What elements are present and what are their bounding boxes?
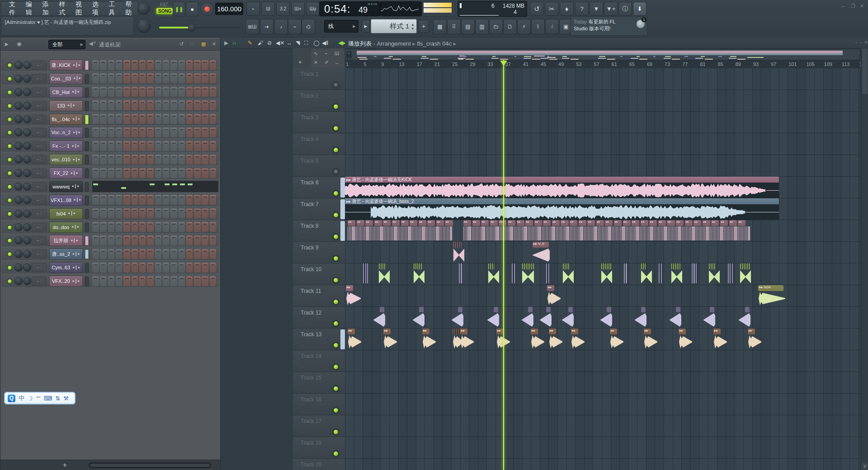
step-button[interactable] [92, 208, 99, 218]
channel-target-box[interactable]: -- : [32, 61, 47, 70]
channel-enable-led[interactable] [7, 238, 12, 243]
link-icon[interactable]: ⌁ [288, 19, 302, 34]
channel-pan-knob[interactable] [14, 196, 23, 204]
channel-volume-knob[interactable] [23, 142, 31, 150]
channel-pan-knob[interactable] [14, 169, 23, 177]
step-button[interactable] [210, 60, 217, 70]
small-clip[interactable] [739, 307, 751, 328]
channel-volume-knob[interactable] [23, 115, 31, 123]
step-button[interactable] [116, 276, 123, 286]
small-clip[interactable]: ▸▸ [383, 329, 397, 349]
step-button[interactable] [116, 155, 123, 164]
step-button[interactable] [179, 195, 185, 205]
channel-enable-led[interactable] [7, 279, 12, 284]
step-button[interactable] [116, 87, 123, 97]
power-icon[interactable]: ⚡ [517, 19, 531, 34]
scrollbar-handle[interactable] [862, 49, 868, 94]
step-button[interactable] [194, 127, 201, 137]
small-clip[interactable] [363, 263, 374, 284]
pattern-roll-clip[interactable]: ▸▸▸▸▸▸▸▸▸▸▸▸▸▸▸▸▸▸▸▸▸▸▸▸▸▸▸▸▸▸▸▸▸▸▸▸▸▸▸▸… [463, 220, 750, 240]
channel-target-box[interactable]: -- : [32, 128, 47, 137]
step-button[interactable] [186, 235, 193, 245]
channel-pan-knob[interactable] [14, 210, 23, 218]
channel-target-box[interactable]: -- : [32, 223, 47, 232]
channel-color-strip[interactable] [85, 182, 89, 192]
step-button[interactable] [92, 141, 99, 151]
step-button[interactable] [179, 60, 185, 70]
pencil-tab-icon[interactable]: ✐ [325, 60, 329, 66]
step-button[interactable] [123, 235, 130, 245]
step-button[interactable] [123, 87, 130, 97]
track-led[interactable] [333, 212, 339, 218]
ime-toolbar[interactable]: Q中☽°"⌨⇅⚒ [4, 392, 75, 404]
small-clip[interactable]: ▸▸ [348, 329, 361, 349]
slice-icon[interactable]: ◥ [296, 40, 300, 46]
step-button[interactable] [155, 60, 162, 70]
step-button[interactable] [155, 141, 162, 151]
step-button[interactable] [163, 208, 170, 218]
step-button[interactable] [186, 141, 193, 151]
rack-filter-selector[interactable]: 全部▶ [48, 40, 85, 49]
channel-button[interactable]: fx04✦┃✦ [49, 208, 83, 219]
step-button[interactable] [210, 87, 217, 97]
rack-h-scrollbar[interactable] [89, 462, 211, 468]
step-button[interactable] [179, 276, 185, 286]
loop-icon[interactable]: ◉ [17, 41, 21, 47]
step-button[interactable] [155, 127, 162, 137]
pl-minimize-button[interactable]: – [855, 40, 858, 45]
step-button[interactable] [123, 127, 130, 137]
channel-target-box[interactable]: -- : [32, 74, 47, 83]
preview-icon[interactable]: ◀‖ [322, 40, 328, 46]
step-button[interactable] [123, 168, 130, 178]
small-clip[interactable] [624, 263, 635, 284]
channel-target-box[interactable]: -- : [32, 263, 47, 272]
step-button[interactable] [202, 222, 208, 232]
step-button[interactable] [194, 114, 201, 124]
arrows-tab-icon[interactable]: ↔ [335, 60, 340, 65]
step-button[interactable] [100, 263, 107, 273]
step-button[interactable] [132, 60, 138, 70]
keyboard-icon[interactable]: ⌨ [43, 395, 52, 402]
step-button[interactable] [147, 141, 154, 151]
track-led[interactable] [333, 125, 339, 132]
small-clip[interactable] [414, 263, 425, 284]
step-button[interactable] [202, 276, 208, 286]
channel-color-strip[interactable] [85, 263, 89, 273]
step-button[interactable] [194, 60, 201, 70]
main-pitch-knob[interactable] [137, 2, 150, 15]
step-button[interactable] [155, 263, 162, 273]
track-header[interactable]: Track 18··· [293, 437, 345, 459]
step-button[interactable] [155, 87, 162, 97]
small-clip[interactable] [671, 263, 682, 284]
step-button[interactable] [100, 249, 107, 259]
step-button[interactable] [194, 73, 201, 83]
small-clip[interactable] [728, 263, 739, 284]
step-button[interactable] [147, 168, 154, 178]
step-button[interactable] [132, 263, 138, 273]
small-clip[interactable]: ▸▸ [571, 329, 585, 349]
channel-pan-knob[interactable] [14, 128, 23, 136]
step-button[interactable] [139, 155, 146, 164]
track-led[interactable] [333, 147, 339, 153]
next-icon[interactable]: ➜ [260, 19, 274, 34]
channel-volume-knob[interactable] [23, 88, 31, 96]
track-led[interactable] [333, 234, 339, 240]
channel-enable-led[interactable] [7, 130, 12, 135]
small-clip[interactable] [522, 307, 534, 328]
step-button[interactable] [108, 249, 115, 259]
channel-pan-knob[interactable] [14, 61, 23, 69]
step-button[interactable] [202, 141, 208, 151]
step-button[interactable] [179, 87, 185, 97]
step-button[interactable] [100, 222, 107, 232]
track-header[interactable]: Track 1··· [293, 68, 345, 90]
snap-selector[interactable]: 线▶ [324, 20, 359, 33]
step-button[interactable] [186, 195, 193, 205]
step-button[interactable] [108, 127, 115, 137]
help-icon[interactable]: ? [575, 2, 589, 16]
channel-volume-knob[interactable] [23, 128, 31, 136]
step-button[interactable] [170, 263, 177, 273]
step-button[interactable] [92, 60, 99, 70]
channel-color-strip[interactable] [85, 128, 89, 137]
piano-grid-icon[interactable]: ⊞Ш [245, 19, 259, 34]
channel-volume-knob[interactable] [23, 169, 31, 177]
